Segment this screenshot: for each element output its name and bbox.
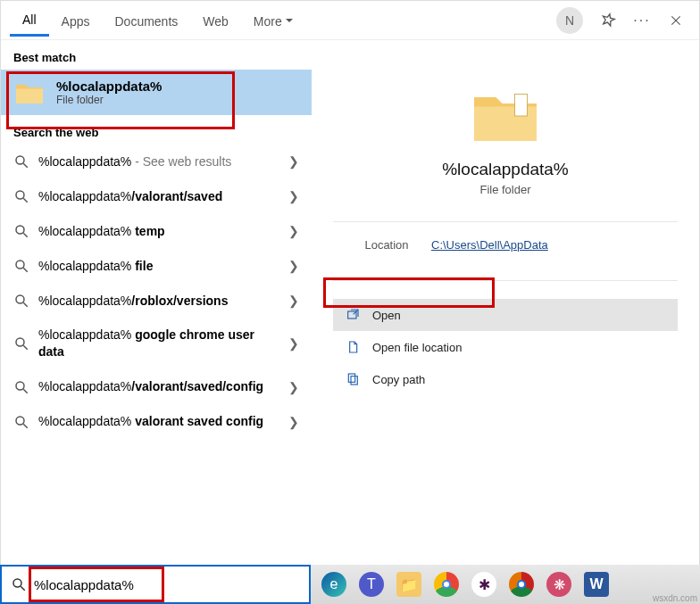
- svg-line-24: [21, 586, 25, 591]
- taskbar-app-icon[interactable]: ❋: [546, 572, 571, 597]
- svg-line-20: [354, 310, 358, 314]
- taskbar: e T 📁 ✱ ❋ W: [311, 565, 700, 604]
- copy-icon: [346, 372, 360, 386]
- svg-line-17: [23, 424, 28, 428]
- web-result[interactable]: %localappdata% file❯: [1, 249, 312, 284]
- watermark: wsxdn.com: [653, 593, 697, 603]
- svg-point-23: [13, 579, 21, 587]
- location-label: Location: [342, 238, 431, 252]
- web-result-text: %localappdata% google chrome user data: [38, 327, 279, 360]
- taskbar-explorer-icon[interactable]: 📁: [396, 572, 421, 597]
- chevron-right-icon: ❯: [288, 154, 299, 169]
- folder-icon-large: [468, 85, 543, 147]
- action-open[interactable]: Open: [333, 299, 678, 331]
- action-copy-path-label: Copy path: [372, 373, 425, 386]
- web-result-text: %localappdata%/valorant/saved/config: [38, 378, 279, 395]
- web-result[interactable]: %localappdata%/valorant/saved/config❯: [1, 369, 312, 404]
- web-result[interactable]: %localappdata%/valorant/saved❯: [1, 179, 312, 214]
- web-result-text: %localappdata% valorant saved config: [38, 413, 279, 430]
- svg-point-2: [16, 156, 24, 164]
- svg-rect-21: [348, 374, 354, 382]
- preview-subtitle: File folder: [333, 183, 678, 196]
- svg-point-12: [16, 338, 24, 346]
- web-result[interactable]: %localappdata% temp❯: [1, 214, 312, 249]
- section-search-web: Search the web: [1, 115, 312, 145]
- action-open-location-label: Open file location: [372, 341, 462, 354]
- svg-line-7: [23, 233, 28, 237]
- options-icon[interactable]: ···: [633, 12, 651, 29]
- svg-line-11: [23, 302, 28, 307]
- feedback-icon[interactable]: [599, 12, 617, 29]
- svg-point-8: [16, 261, 24, 269]
- location-link[interactable]: C:\Users\Dell\AppData: [431, 238, 548, 252]
- search-box[interactable]: [0, 565, 311, 604]
- tab-all[interactable]: All: [10, 4, 49, 37]
- search-icon: [13, 258, 29, 274]
- svg-line-5: [23, 199, 28, 203]
- search-icon: [13, 335, 29, 352]
- chevron-right-icon: ❯: [288, 380, 299, 394]
- taskbar-edge-icon[interactable]: e: [321, 572, 346, 597]
- svg-point-10: [16, 295, 24, 303]
- divider: [333, 280, 678, 281]
- action-open-label: Open: [372, 309, 401, 322]
- chevron-right-icon: ❯: [288, 294, 299, 308]
- svg-point-14: [16, 382, 24, 390]
- user-avatar[interactable]: N: [556, 7, 583, 34]
- chevron-right-icon: ❯: [288, 415, 299, 429]
- search-icon: [13, 379, 29, 395]
- web-result[interactable]: %localappdata% - See web results❯: [1, 145, 312, 179]
- best-match-result[interactable]: %localappdata% File folder: [1, 70, 312, 115]
- svg-point-4: [16, 191, 24, 199]
- divider: [333, 221, 678, 222]
- taskbar-word-icon[interactable]: W: [584, 572, 609, 597]
- taskbar-chrome-icon[interactable]: [434, 572, 459, 597]
- search-icon: [13, 223, 29, 239]
- search-input[interactable]: [34, 577, 300, 592]
- action-open-location[interactable]: Open file location: [333, 331, 678, 363]
- web-result-text: %localappdata%/roblox/versions: [38, 293, 279, 310]
- taskbar-slack-icon[interactable]: ✱: [471, 572, 496, 597]
- file-location-icon: [346, 340, 360, 354]
- search-icon: [13, 188, 29, 204]
- svg-rect-18: [515, 95, 528, 117]
- chevron-right-icon: ❯: [288, 189, 299, 203]
- chevron-right-icon: ❯: [288, 224, 299, 238]
- svg-line-9: [23, 268, 28, 272]
- chevron-right-icon: ❯: [288, 336, 299, 351]
- web-result-text: %localappdata% temp: [38, 223, 279, 240]
- search-icon: [13, 293, 29, 309]
- action-copy-path[interactable]: Copy path: [333, 363, 678, 395]
- web-result[interactable]: %localappdata%/roblox/versions❯: [1, 284, 312, 319]
- web-result[interactable]: %localappdata% valorant saved config❯: [1, 404, 312, 439]
- close-icon[interactable]: [667, 12, 685, 29]
- svg-point-16: [16, 417, 24, 425]
- preview-title: %localappdata%: [333, 160, 678, 179]
- web-result[interactable]: %localappdata% google chrome user data❯: [1, 318, 312, 369]
- taskbar-chrome-canary-icon[interactable]: [509, 572, 534, 597]
- svg-line-15: [23, 389, 28, 393]
- tab-documents[interactable]: Documents: [102, 5, 190, 36]
- svg-line-3: [23, 164, 28, 169]
- svg-line-13: [23, 346, 28, 351]
- tab-apps[interactable]: Apps: [49, 5, 103, 36]
- search-icon: [11, 576, 27, 592]
- folder-icon: [13, 79, 46, 106]
- search-icon: [13, 153, 29, 170]
- best-match-title: %localappdata%: [56, 79, 162, 94]
- web-result-text: %localappdata% file: [38, 258, 279, 275]
- section-best-match: Best match: [1, 40, 312, 70]
- search-icon: [13, 414, 29, 430]
- chevron-right-icon: ❯: [288, 259, 299, 273]
- tab-web[interactable]: Web: [190, 5, 241, 36]
- best-match-subtitle: File folder: [56, 94, 162, 106]
- svg-rect-22: [351, 376, 357, 385]
- web-result-text: %localappdata%/valorant/saved: [38, 188, 279, 205]
- web-result-text: %localappdata% - See web results: [38, 153, 279, 170]
- tab-more[interactable]: More: [241, 5, 305, 36]
- taskbar-teams-icon[interactable]: T: [359, 572, 384, 597]
- svg-point-6: [16, 226, 24, 234]
- open-icon: [346, 308, 360, 322]
